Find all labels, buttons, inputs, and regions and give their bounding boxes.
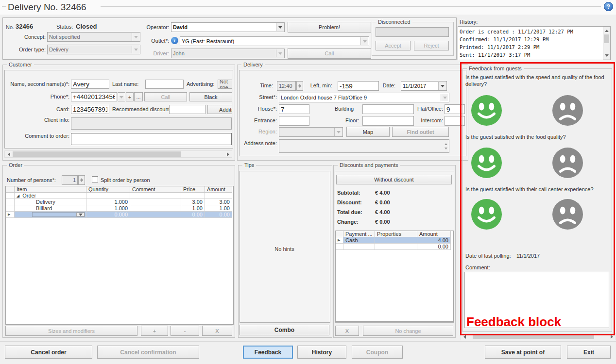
phone-add-button[interactable]: +	[126, 92, 134, 101]
payment-properties-cell[interactable]	[375, 244, 417, 250]
customer-name-input[interactable]	[71, 80, 109, 89]
street-select[interactable]: London Oxford house 7 Flat/Office 9	[279, 93, 449, 102]
payment-col-properties[interactable]: Properties	[375, 231, 417, 237]
help-icon[interactable]: ?	[604, 2, 613, 11]
split-order-checkbox[interactable]	[92, 176, 98, 182]
chevron-down-icon[interactable]	[438, 82, 446, 90]
feedback-hscrollbar[interactable]	[461, 333, 616, 340]
intercom-input[interactable]	[445, 116, 465, 126]
history-scrollbar[interactable]	[603, 27, 610, 60]
happy-smiley-icon[interactable]	[471, 199, 502, 230]
phone-more-button[interactable]: ...	[134, 92, 143, 101]
scrollbar-thumb[interactable]	[473, 334, 594, 339]
delete-item-button[interactable]: X	[202, 326, 232, 336]
tips-empty-text: No hints	[240, 246, 329, 252]
scroll-left-icon[interactable]	[5, 151, 12, 157]
address-note-scroll-icon[interactable]	[443, 140, 449, 152]
scrollbar-thumb[interactable]	[604, 34, 609, 43]
chevron-down-icon[interactable]	[276, 23, 284, 31]
blacklist-button[interactable]: Black	[189, 92, 232, 101]
chevron-down-icon[interactable]	[76, 213, 85, 216]
problem-button[interactable]: Problem!	[288, 22, 371, 33]
item-cell[interactable]: Delivery	[15, 199, 86, 205]
last-name-input[interactable]	[145, 80, 184, 89]
phone-input[interactable]	[71, 92, 117, 101]
row-selector-cell[interactable]	[6, 193, 15, 199]
flat-office-input[interactable]	[445, 104, 465, 114]
new-item-cell[interactable]	[15, 212, 86, 218]
row-selector-cell[interactable]	[336, 244, 343, 250]
order-col-comment[interactable]: Comment	[130, 186, 181, 193]
payment-col-amount[interactable]: Amount	[417, 231, 451, 237]
history-line: Order is created : 11/1/2017 12:27 PM	[460, 28, 573, 35]
status-value: Closed	[76, 23, 97, 30]
payment-amount-cell[interactable]: 4.00	[417, 237, 451, 244]
map-button[interactable]: Map	[346, 127, 390, 137]
scroll-right-icon[interactable]	[609, 334, 616, 340]
row-selector-cell[interactable]	[6, 205, 15, 212]
scroll-right-icon[interactable]	[225, 151, 232, 157]
customer-hscrollbar[interactable]	[4, 150, 232, 158]
happy-smiley-icon[interactable]	[471, 95, 502, 126]
house-input[interactable]	[279, 104, 309, 114]
payment-amount-cell[interactable]: 0.00	[417, 244, 451, 250]
add-item-button[interactable]: +	[141, 326, 168, 336]
payment-type-cell[interactable]	[343, 244, 375, 250]
comment-to-order-input[interactable]	[71, 133, 232, 145]
remove-item-button[interactable]: -	[171, 326, 199, 336]
card-input[interactable]	[71, 105, 109, 114]
amount-cell[interactable]: 1.00	[205, 205, 232, 212]
quantity-cell[interactable]: 1.000	[86, 199, 130, 205]
cancel-order-button[interactable]: Cancel order	[5, 346, 92, 359]
comment-cell[interactable]	[130, 212, 181, 218]
feedback-button[interactable]: Feedback	[243, 346, 293, 359]
page-title: Delivery No. 32466	[8, 2, 86, 13]
row-selector-cell[interactable]: ▶	[6, 212, 15, 218]
price-cell[interactable]: 3.00	[181, 199, 205, 205]
row-selector-cell[interactable]	[6, 199, 15, 205]
order-group-row[interactable]: ◢Order	[15, 193, 86, 199]
amount-cell[interactable]: 3.00	[205, 199, 232, 205]
exit-button[interactable]: Exit	[567, 346, 611, 359]
outlet-select[interactable]: YG (East: Restaraunt)	[180, 36, 369, 46]
floor-input[interactable]	[362, 116, 414, 126]
scroll-up-icon[interactable]	[603, 27, 610, 33]
quantity-cell[interactable]: 0.000	[86, 212, 130, 218]
order-col-price[interactable]: Price	[181, 186, 205, 193]
scroll-left-icon[interactable]	[461, 334, 467, 340]
order-col-amount[interactable]: Amount	[205, 186, 232, 193]
scroll-down-icon[interactable]	[603, 53, 610, 59]
combo-button[interactable]: Combo	[240, 325, 329, 335]
item-cell[interactable]: Billiard	[15, 205, 86, 212]
comment-cell[interactable]	[130, 205, 181, 212]
happy-smiley-icon[interactable]	[471, 148, 502, 178]
title-bar: Delivery No. 32466 ?	[0, 0, 616, 15]
payment-col-type[interactable]: Payment ...	[343, 231, 375, 237]
recommended-discount-input[interactable]	[169, 105, 205, 114]
save-at-point-of-sale-button[interactable]: Save at point of	[485, 346, 561, 359]
history-log: Order is created : 11/1/2017 12:27 PM Co…	[458, 26, 611, 60]
payment-delete-button[interactable]: X	[335, 326, 359, 336]
sad-smiley-icon[interactable]	[552, 95, 583, 126]
quantity-cell[interactable]: 1.000	[86, 205, 130, 212]
order-col-item[interactable]: Item	[15, 186, 86, 193]
comment-cell[interactable]	[130, 199, 181, 205]
payment-type-cell[interactable]: Cash	[343, 237, 375, 244]
date-select[interactable]: 11/1/2017	[401, 81, 447, 91]
tree-expanded-icon[interactable]: ◢	[17, 194, 19, 198]
building-input[interactable]	[362, 104, 414, 114]
operator-select[interactable]: David	[171, 22, 285, 32]
address-note-field	[279, 139, 449, 153]
payment-properties-cell[interactable]	[375, 237, 417, 244]
sad-smiley-icon[interactable]	[552, 199, 583, 230]
without-discount-button[interactable]: Without discount	[336, 175, 452, 184]
price-cell[interactable]: 0.00	[181, 212, 205, 218]
history-button[interactable]: History	[297, 346, 346, 359]
amount-cell[interactable]: 0.00	[205, 212, 232, 218]
entrance-input[interactable]	[279, 116, 309, 126]
row-selector-cell[interactable]: ▶	[336, 237, 343, 244]
sad-smiley-icon[interactable]	[552, 148, 583, 178]
order-col-quantity[interactable]: Quantity	[86, 186, 130, 193]
scrollbar-thumb[interactable]	[13, 151, 181, 157]
price-cell[interactable]: 1.00	[181, 205, 205, 212]
